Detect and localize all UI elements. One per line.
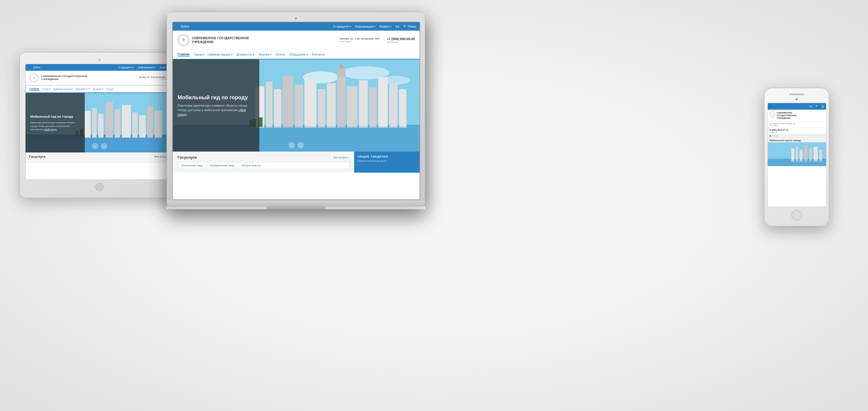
- tablet-screen: 👤 Войти О продукте ▾ Информация ▾ Englis…: [25, 64, 174, 180]
- laptop-info-menu[interactable]: Информация ▾: [355, 25, 375, 28]
- laptop-nav-purchases[interactable]: Закупки ▾: [258, 53, 272, 56]
- dot-2[interactable]: [772, 135, 773, 137]
- tablet-top-nav: 👤 Войти О продукте ▾ Информация ▾ Englis…: [26, 64, 174, 71]
- sidebar-title: ОБЩИЕ СВЕДЕНИЯ: [358, 155, 416, 158]
- svg-rect-11: [139, 115, 146, 137]
- laptop-device: 👤 Войти О продукте ▾ Информация ▾ Englis…: [166, 12, 425, 209]
- laptop-search-btn[interactable]: 🔍 Поиск: [403, 25, 416, 28]
- svg-text:⚜: ⚜: [181, 37, 186, 43]
- user-icon: 👤: [29, 66, 32, 69]
- svg-rect-37: [389, 83, 398, 128]
- dot-1[interactable]: [770, 135, 771, 137]
- tablet-product-menu[interactable]: О продукте ▾: [119, 66, 134, 69]
- tablet-services-header: Госуслуги Все услуги >: [29, 155, 170, 158]
- phone-device: 👤 Аа 🔍 ☰ ⚜ СОВРЕМЕННОЕ ГОСУДАРСТВЕННОЕ: [764, 88, 829, 226]
- svg-rect-8: [115, 109, 120, 137]
- phone-menu-icon[interactable]: ☰: [822, 105, 824, 108]
- hero-link[interactable]: «Мой город»: [44, 128, 57, 131]
- laptop-nav-city[interactable]: Город ▾: [194, 53, 204, 56]
- svg-rect-4: [85, 111, 91, 137]
- laptop-nav-docs[interactable]: Документы ▾: [237, 53, 254, 56]
- tab-legal[interactable]: Юридические лица: [207, 162, 238, 169]
- svg-text:⚜: ⚜: [771, 113, 774, 116]
- laptop-top-nav: 👤 Войти О продукте ▾ Информация ▾ Englis…: [173, 22, 420, 31]
- laptop-services-title: Госуслуги: [178, 155, 197, 160]
- phone-address-area: ул. Красного Текстильщика, 10 Наш адрес: [768, 121, 826, 127]
- hero-link[interactable]: «Мой город»: [178, 108, 246, 116]
- chevron-down-icon: ▾: [390, 25, 391, 28]
- laptop-services-link[interactable]: Все услуги >: [334, 156, 349, 159]
- tab-physical[interactable]: Физические лица: [178, 162, 207, 169]
- svg-rect-7: [105, 102, 113, 137]
- tablet-home-button[interactable]: [95, 183, 104, 191]
- tablet-hero-overlay: Мобильный гид по городу Памятники архите…: [26, 93, 85, 153]
- laptop-nav-appeals[interactable]: Обращения ▾: [289, 53, 308, 56]
- phone-cityscape-svg: [768, 143, 826, 166]
- laptop-nav-admin[interactable]: Администрация ▾: [209, 53, 232, 56]
- dot-3[interactable]: [774, 135, 776, 137]
- phone-org-name: СОВРЕМЕННОЕ ГОСУДАРСТВЕННОЕ УЧРЕЖДЕНИЕ: [777, 112, 797, 120]
- svg-rect-56: [768, 160, 826, 166]
- phone-carousel-dots: [768, 134, 826, 138]
- tablet-nav-docs[interactable]: Документы ▾: [75, 88, 90, 90]
- prev-arrow[interactable]: ‹: [92, 143, 98, 150]
- tablet-nav-purchases[interactable]: Закупки ▾: [93, 88, 103, 90]
- laptop-product-menu[interactable]: О продукте ▾: [333, 25, 351, 28]
- svg-text:⚜: ⚜: [33, 76, 35, 80]
- svg-rect-35: [369, 88, 377, 128]
- phone-address-label: Наш адрес: [770, 125, 824, 126]
- next-arrow[interactable]: ›: [101, 143, 107, 150]
- svg-rect-39: [337, 68, 345, 77]
- laptop-nav-contacts[interactable]: Контакты: [312, 53, 325, 56]
- laptop-address: Москва, ул. 2-ая Хуторская, 38А Наш адре…: [340, 37, 380, 43]
- phone-speaker: [789, 94, 804, 95]
- svg-rect-6: [98, 114, 103, 137]
- tablet-hero-title: Мобильный гид по городу: [30, 115, 80, 119]
- tablet-login-btn[interactable]: 👤 Войти: [29, 66, 40, 69]
- svg-rect-50: [796, 147, 798, 162]
- phone-home-button[interactable]: [791, 210, 802, 221]
- svg-rect-38: [399, 89, 406, 128]
- sidebar-subtitle: Административный центр: [358, 160, 416, 162]
- laptop-lang-menu[interactable]: English ▾: [379, 25, 391, 28]
- svg-rect-12: [147, 106, 153, 137]
- dot-4[interactable]: [777, 135, 778, 137]
- laptop-hero-desc: Памятники архитектуры и важные объекты г…: [178, 103, 254, 117]
- phone-hero-image: [768, 143, 826, 166]
- svg-rect-26: [274, 89, 281, 128]
- laptop-services-header: Госуслуги Все услуги >: [178, 155, 349, 160]
- tablet-contact: Москва, ул. 2-ая Хуторская, 38А Наш адре…: [139, 76, 170, 80]
- svg-rect-36: [378, 77, 388, 128]
- laptop-contact-info: Москва, ул. 2-ая Хуторская, 38А Наш адре…: [340, 37, 415, 43]
- next-arrow[interactable]: ›: [297, 142, 304, 149]
- tablet-logo-header: ⚜ СОВРЕМЕННОЕ ГОСУДАРСТВЕННОЕ УЧРЕЖДЕНИЕ…: [26, 71, 174, 85]
- laptop-nav-home[interactable]: Главная: [178, 53, 190, 57]
- phone-emblem-icon: ⚜: [770, 112, 776, 117]
- phone-number: 8 (981) 844 07 11: [770, 129, 824, 131]
- tablet-nav-home[interactable]: Главная: [29, 87, 39, 91]
- tablet-info-menu[interactable]: Информация ▾: [138, 66, 156, 69]
- tablet-services-title: Госуслуги: [29, 155, 45, 158]
- tablet-nav-admin[interactable]: Администрация ▾: [53, 88, 72, 90]
- laptop-org-name: СОВРЕМЕННОЕ ГОСУДАРСТВЕННОЕ УЧРЕЖДЕНИЕ: [192, 36, 249, 44]
- laptop-hero: Мобильный гид по городу Памятники архите…: [173, 59, 420, 152]
- tablet-nav-city[interactable]: Город ▾: [42, 88, 51, 90]
- svg-rect-13: [155, 111, 162, 137]
- svg-rect-31: [327, 83, 336, 128]
- phone-search-icon[interactable]: 🔍: [815, 105, 819, 108]
- tablet-hero-arrows: ‹ ›: [92, 143, 107, 150]
- chevron-down-icon: ▾: [133, 66, 134, 69]
- laptop-font-btn[interactable]: Аа: [396, 25, 399, 28]
- tablet-nav-services[interactable]: Услуги: [106, 88, 114, 90]
- laptop-login-btn[interactable]: 👤 Войти: [176, 25, 189, 28]
- chevron-down-icon: ▾: [374, 25, 375, 28]
- phone-font-icon[interactable]: Аа: [809, 105, 812, 108]
- tablet-org-name: СОВРЕМЕННОЕ ГОСУДАРСТВЕННОЕ УЧРЕЖДЕНИЕ: [41, 75, 87, 81]
- search-icon: 🔍: [403, 25, 407, 28]
- laptop-nav-services[interactable]: Услуги: [276, 53, 285, 56]
- laptop-hero-title: Мобильный гид по городу: [178, 94, 254, 101]
- tab-authority[interactable]: Органы власти: [238, 162, 264, 169]
- prev-arrow[interactable]: ‹: [288, 142, 295, 149]
- svg-rect-33: [347, 86, 358, 128]
- phone-top-bar: 👤 Аа 🔍 ☰: [768, 103, 826, 110]
